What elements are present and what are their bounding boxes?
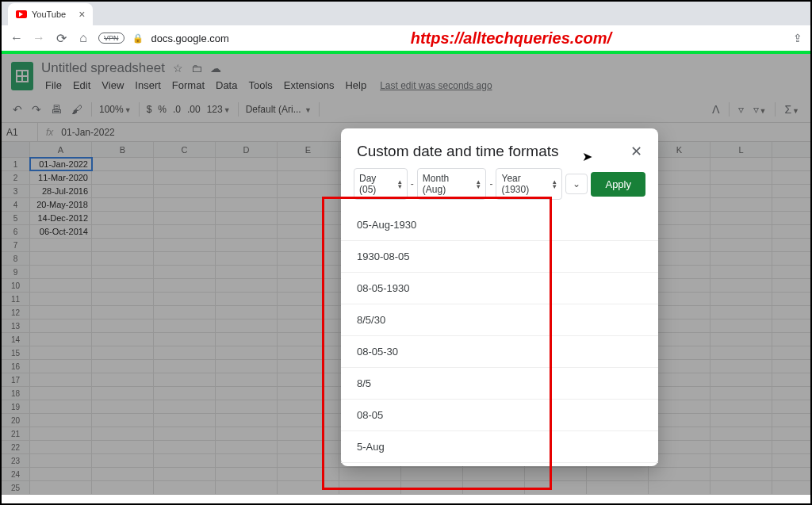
row-header[interactable]: 5 [2,212,30,224]
row-header[interactable]: 10 [2,279,30,292]
add-part-dropdown[interactable]: ⌄ [565,174,588,194]
cell[interactable] [30,387,92,400]
cell[interactable] [30,279,92,292]
menu-edit[interactable]: Edit [69,78,94,93]
cell[interactable] [92,306,154,319]
cell[interactable] [710,319,772,332]
cell[interactable] [216,400,278,413]
cell[interactable] [154,387,216,400]
cell[interactable] [216,414,278,427]
cell[interactable] [710,373,772,386]
last-edit-link[interactable]: Last edit was seconds ago [380,80,492,91]
cell[interactable] [154,266,216,278]
currency-button[interactable]: $ [145,104,154,115]
font-dropdown[interactable]: Default (Ari... ▼ [244,104,313,115]
cell[interactable] [154,333,216,346]
percent-button[interactable]: % [156,104,168,115]
redo-icon[interactable]: ↷ [29,101,44,117]
row-header[interactable]: 17 [2,373,30,386]
cell[interactable] [278,414,339,427]
cell[interactable] [30,266,92,278]
cell[interactable] [154,319,216,332]
cell[interactable] [216,225,278,238]
row-header[interactable]: 3 [2,185,30,197]
cell[interactable] [30,293,92,305]
menu-view[interactable]: View [98,78,128,93]
cell[interactable] [278,387,339,400]
cell[interactable] [92,414,154,427]
cell[interactable] [278,185,339,197]
move-icon[interactable]: 🗀 [191,62,202,75]
cell[interactable] [92,225,154,238]
cell[interactable] [92,185,154,197]
paint-format-icon[interactable]: 🖌 [68,101,86,117]
sheets-logo-icon[interactable] [11,62,33,90]
cell[interactable] [92,333,154,346]
column-header[interactable]: C [154,142,216,157]
format-123-dropdown[interactable]: 123▼ [205,104,232,115]
cell[interactable] [216,346,278,359]
cell[interactable] [710,427,772,440]
cell[interactable] [710,252,772,265]
cell[interactable] [587,468,649,480]
menu-format[interactable]: Format [168,78,209,93]
cell[interactable] [463,481,525,494]
row-header[interactable]: 21 [2,427,30,440]
format-preset-item[interactable]: 1930-08-05 [341,241,658,273]
row-header[interactable]: 9 [2,266,30,278]
cell[interactable] [216,454,278,467]
zoom-dropdown[interactable]: 100%▼ [98,104,133,115]
row-header[interactable]: 23 [2,454,30,467]
cell[interactable] [710,333,772,346]
cell[interactable] [710,454,772,467]
cell[interactable] [92,346,154,359]
cell[interactable] [710,387,772,400]
formula-input[interactable]: 01-Jan-2022 [61,127,114,138]
cell[interactable] [216,481,278,494]
row-header[interactable]: 16 [2,360,30,373]
column-header[interactable]: D [216,142,278,157]
name-box[interactable]: A1 [2,123,38,141]
menu-data[interactable]: Data [212,78,241,93]
column-header[interactable]: E [278,142,339,157]
cell[interactable] [154,468,216,480]
cell[interactable] [216,373,278,386]
cell[interactable] [30,360,92,373]
row-header[interactable]: 20 [2,414,30,427]
row-header[interactable]: 13 [2,319,30,332]
cell[interactable] [463,468,525,480]
row-header[interactable]: 8 [2,252,30,265]
cell[interactable] [278,158,339,170]
cell[interactable] [278,333,339,346]
format-preset-item[interactable]: 05-Aug-1930 [341,209,658,241]
filter-views-icon[interactable]: ▿▼ [750,101,770,117]
cell[interactable] [710,400,772,413]
home-button[interactable]: ⌂ [76,31,90,45]
cell[interactable] [216,158,278,170]
cell[interactable] [154,158,216,170]
row-header[interactable]: 24 [2,468,30,480]
cell[interactable] [92,454,154,467]
menu-file[interactable]: File [41,78,66,93]
cell[interactable] [216,441,278,453]
cell[interactable] [278,319,339,332]
print-icon[interactable]: 🖶 [48,101,65,117]
cell[interactable] [154,427,216,440]
select-all-corner[interactable] [2,142,30,157]
cell[interactable] [216,306,278,319]
cell[interactable] [30,400,92,413]
cell[interactable] [92,319,154,332]
row-header[interactable]: 25 [2,481,30,494]
cell[interactable] [154,373,216,386]
cell[interactable] [278,212,339,224]
cell[interactable] [339,468,401,480]
url-text[interactable]: docs.google.com [151,33,229,44]
cell[interactable] [710,306,772,319]
cell[interactable] [154,400,216,413]
cell[interactable] [710,279,772,292]
cell[interactable] [30,441,92,453]
cell[interactable] [30,319,92,332]
cell[interactable] [216,198,278,211]
cell[interactable] [278,266,339,278]
cell[interactable] [154,481,216,494]
